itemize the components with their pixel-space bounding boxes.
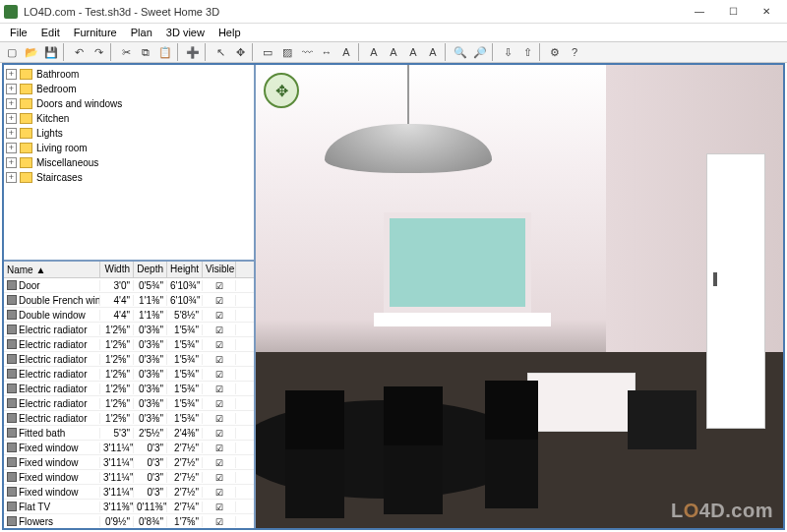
menu-3dview[interactable]: 3D view (160, 26, 211, 39)
zoom-in-icon[interactable]: 🔍 (451, 42, 470, 62)
expand-icon[interactable]: + (6, 157, 17, 168)
preferences-icon[interactable]: ⚙ (545, 42, 565, 62)
visible-checkbox[interactable]: ☑ (215, 517, 223, 527)
redo-icon[interactable]: ↷ (89, 42, 108, 62)
help-icon[interactable]: ? (565, 42, 584, 62)
visible-checkbox[interactable]: ☑ (215, 296, 223, 306)
open-file-icon[interactable]: 📂 (22, 42, 41, 62)
catalog-category[interactable]: +Staircases (6, 170, 252, 185)
increase-text-icon[interactable]: A (364, 42, 384, 62)
zoom-out-icon[interactable]: 🔎 (470, 42, 490, 62)
visible-checkbox[interactable]: ☑ (215, 355, 223, 365)
menu-furniture[interactable]: Furniture (68, 26, 123, 39)
save-file-icon[interactable]: 💾 (41, 42, 61, 62)
catalog-category[interactable]: +Kitchen (6, 111, 252, 126)
furniture-row[interactable]: Electric radiator1'2⅝"0'3⅜"1'5¾"☑ (4, 323, 254, 337)
export-icon[interactable]: ⇧ (517, 42, 537, 62)
add-furniture-icon[interactable]: ➕ (183, 42, 203, 62)
visible-checkbox[interactable]: ☑ (215, 443, 223, 453)
expand-icon[interactable]: + (6, 172, 17, 183)
visible-checkbox[interactable]: ☑ (215, 325, 223, 335)
furniture-list-body[interactable]: Door3'0"0'5¾"6'10¾"☑Double French window… (4, 278, 254, 528)
furniture-row[interactable]: Flat TV3'11⅜"0'11⅜"2'7¼"☑ (4, 500, 254, 514)
menu-edit[interactable]: Edit (35, 26, 66, 39)
create-rooms-icon[interactable]: ▨ (277, 42, 297, 62)
furniture-row[interactable]: Electric radiator1'2⅝"0'3⅜"1'5¾"☑ (4, 352, 254, 367)
bold-icon[interactable]: A (403, 42, 423, 62)
furniture-row[interactable]: Electric radiator1'2⅝"0'3⅜"1'5¾"☑ (4, 367, 254, 382)
create-walls-icon[interactable]: ▭ (258, 42, 277, 62)
furniture-row[interactable]: Electric radiator1'2⅝"0'3⅜"1'5¾"☑ (4, 396, 254, 411)
create-polyline-icon[interactable]: 〰 (297, 42, 317, 62)
col-depth[interactable]: Depth (134, 262, 167, 277)
visible-checkbox[interactable]: ☑ (215, 311, 223, 321)
furniture-row[interactable]: Fixed window3'11¼"0'3"2'7½"☑ (4, 455, 254, 470)
paste-icon[interactable]: 📋 (155, 42, 175, 62)
catalog-category[interactable]: +Living room (6, 141, 252, 155)
expand-icon[interactable]: + (6, 98, 17, 109)
3d-navigation-compass-icon[interactable]: ✥ (264, 73, 299, 108)
catalog-category[interactable]: +Doors and windows (6, 96, 252, 111)
visible-checkbox[interactable]: ☑ (215, 384, 223, 394)
catalog-category[interactable]: +Bedroom (6, 82, 252, 96)
furniture-row[interactable]: Door3'0"0'5¾"6'10¾"☑ (4, 278, 254, 293)
menu-help[interactable]: Help (212, 26, 247, 39)
furniture-row[interactable]: Fitted bath5'3"2'5½"2'4⅜"☑ (4, 426, 254, 441)
furniture-catalog-tree[interactable]: +Bathroom+Bedroom+Doors and windows+Kitc… (4, 65, 254, 262)
col-visible[interactable]: Visible (203, 262, 236, 277)
col-name[interactable]: Name ▲ (4, 262, 100, 277)
italic-icon[interactable]: A (423, 42, 443, 62)
visible-checkbox[interactable]: ☑ (215, 414, 223, 424)
furniture-row[interactable]: Fixed window3'11¼"0'3"2'7½"☑ (4, 470, 254, 485)
furniture-height: 2'4⅜" (167, 428, 203, 439)
furniture-row[interactable]: Fixed window3'11¼"0'3"2'7½"☑ (4, 441, 254, 455)
create-text-icon[interactable]: A (336, 42, 356, 62)
import-icon[interactable]: ⇩ (498, 42, 517, 62)
expand-icon[interactable]: + (6, 128, 17, 139)
catalog-category[interactable]: +Bathroom (6, 67, 252, 82)
expand-icon[interactable]: + (6, 113, 17, 124)
furniture-height: 2'7½" (167, 487, 203, 498)
create-dimension-icon[interactable]: ↔ (317, 42, 336, 62)
furniture-row[interactable]: Double window4'4"1'1⅜"5'8½"☑ (4, 308, 254, 323)
maximize-button[interactable]: ☐ (716, 1, 750, 23)
expand-icon[interactable]: + (6, 143, 17, 153)
catalog-category[interactable]: +Miscellaneous (6, 155, 252, 170)
new-file-icon[interactable]: ▢ (2, 42, 22, 62)
visible-checkbox[interactable]: ☑ (215, 502, 223, 512)
visible-checkbox[interactable]: ☑ (215, 473, 223, 483)
visible-checkbox[interactable]: ☑ (215, 429, 223, 439)
visible-checkbox[interactable]: ☑ (215, 281, 223, 291)
furniture-depth: 0'5¾" (134, 280, 167, 291)
cut-icon[interactable]: ✂ (116, 42, 136, 62)
menu-file[interactable]: File (4, 26, 33, 39)
furniture-row[interactable]: Electric radiator1'2⅝"0'3⅜"1'5¾"☑ (4, 337, 254, 352)
expand-icon[interactable]: + (6, 84, 17, 94)
3d-viewport[interactable]: ✥ LO4D.com (256, 65, 783, 528)
furniture-row[interactable]: Fixed window3'11¼"0'3"2'7½"☑ (4, 485, 254, 500)
minimize-button[interactable]: — (683, 1, 716, 23)
select-icon[interactable]: ↖ (211, 42, 230, 62)
visible-checkbox[interactable]: ☑ (215, 458, 223, 468)
undo-icon[interactable]: ↶ (69, 42, 89, 62)
catalog-category-label: Kitchen (36, 113, 69, 124)
pan-icon[interactable]: ✥ (230, 42, 250, 62)
col-height[interactable]: Height (167, 262, 203, 277)
close-button[interactable]: ✕ (750, 1, 783, 23)
furniture-row[interactable]: Electric radiator1'2⅝"0'3⅜"1'5¾"☑ (4, 411, 254, 426)
menu-plan[interactable]: Plan (125, 26, 158, 39)
expand-icon[interactable]: + (6, 69, 17, 80)
furniture-row[interactable]: Flowers0'9½"0'8¾"1'7⅝"☑ (4, 514, 254, 528)
visible-checkbox[interactable]: ☑ (215, 399, 223, 409)
decrease-text-icon[interactable]: A (384, 42, 403, 62)
toolbar-separator (358, 43, 362, 61)
furniture-row[interactable]: Electric radiator1'2⅝"0'3⅜"1'5¾"☑ (4, 382, 254, 396)
catalog-category[interactable]: +Lights (6, 126, 252, 141)
visible-checkbox[interactable]: ☑ (215, 488, 223, 498)
furniture-row[interactable]: Double French window4'4"1'1⅜"6'10¾"☑ (4, 293, 254, 308)
visible-checkbox[interactable]: ☑ (215, 340, 223, 350)
furniture-width: 3'11¼" (100, 443, 134, 453)
copy-icon[interactable]: ⧉ (136, 42, 155, 62)
visible-checkbox[interactable]: ☑ (215, 370, 223, 380)
col-width[interactable]: Width (100, 262, 134, 277)
